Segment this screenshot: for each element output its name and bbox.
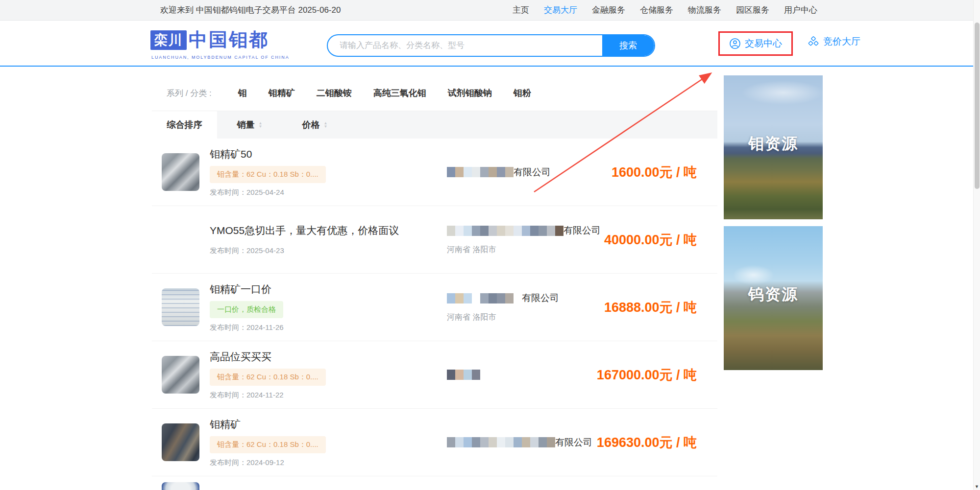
search-input[interactable] xyxy=(328,35,602,56)
product-title[interactable]: 高品位买买买 xyxy=(210,350,447,364)
category-filter-label: 系列 / 分类 : xyxy=(167,88,212,99)
product-row[interactable]: YMO55急切出手，量大有优惠，价格面议 发布时间：2025-04-23 有限公… xyxy=(152,206,717,274)
logo-subtitle: LUANCHUAN, MOLYBDENUM CAPITAL OF CHINA xyxy=(151,55,290,60)
category-sodium-molybdate[interactable]: 试剂钼酸钠 xyxy=(448,87,492,99)
product-row[interactable]: 钼精矿 钼含量：62 Cu：0.18 Sb：0.... 发布时间：2024-09… xyxy=(152,409,717,476)
company-location: 河南省 洛阳市 xyxy=(447,245,594,255)
banner-label: 钨资源 xyxy=(724,284,823,305)
product-row[interactable]: 钼精矿50 钼含量：62 Cu：0.18 Sb：0.... 发布时间：2025-… xyxy=(152,139,717,206)
category-mo-powder[interactable]: 钼粉 xyxy=(514,87,531,99)
product-tag: 一口价，质检合格 xyxy=(210,301,283,318)
product-publish-date: 发布时间：2025-04-24 xyxy=(210,188,447,197)
company-name-suffix: 有限公司 xyxy=(514,166,551,179)
banner-molybdenum-resources[interactable]: 钼资源 xyxy=(724,75,823,219)
company-name-suffix: 有限公司 xyxy=(522,292,559,304)
product-tag: 钼含量：62 Cu：0.18 Sb：0.... xyxy=(210,369,326,386)
nav-item-home[interactable]: 主页 xyxy=(513,4,529,16)
product-thumbnail[interactable] xyxy=(162,482,199,490)
page: 欢迎来到 中国钼都钨钼电子交易平台 2025-06-20 主页 交易大厅 金融服… xyxy=(0,0,980,490)
company-name-mosaic xyxy=(447,437,555,447)
product-title[interactable]: YMO55急切出手，量大有优惠，价格面议 xyxy=(210,224,447,237)
nav-item-user-center[interactable]: 用户中心 xyxy=(784,4,817,16)
sort-tab-label: 销量 xyxy=(237,119,255,131)
product-title[interactable]: 钼精矿50 xyxy=(210,147,447,161)
banner-tungsten-resources[interactable]: 钨资源 xyxy=(724,226,823,370)
company-name-mosaic xyxy=(447,293,522,303)
banner-label: 钼资源 xyxy=(724,133,823,155)
sort-caret-icons: ▲▼ xyxy=(259,121,263,128)
company-location: 河南省 洛阳市 xyxy=(447,312,594,323)
cubes-icon xyxy=(808,36,819,47)
nav-item-finance[interactable]: 金融服务 xyxy=(592,4,625,16)
scrollbar-thumb[interactable] xyxy=(975,23,980,189)
product-title[interactable]: 钼精矿一口价 xyxy=(210,282,447,296)
product-thumbnail[interactable] xyxy=(162,153,199,191)
company-name-mosaic xyxy=(447,370,480,380)
product-tag: 钼含量：62 Cu：0.18 Sb：0.... xyxy=(210,166,326,183)
user-circle-icon xyxy=(729,38,741,49)
product-list-panel: 系列 / 分类 : 钼 钼精矿 二钼酸铵 高纯三氧化钼 试剂钼酸钠 钼粉 综合排… xyxy=(152,75,717,490)
product-title[interactable]: 钼精矿 xyxy=(210,418,447,431)
trade-center-label: 交易中心 xyxy=(745,37,782,50)
nav-item-park[interactable]: 园区服务 xyxy=(736,4,769,16)
category-links: 钼 钼精矿 二钼酸铵 高纯三氧化钼 试剂钼酸钠 钼粉 xyxy=(238,87,531,99)
bidding-hall-link[interactable]: 竞价大厅 xyxy=(808,35,860,48)
category-mo-concentrate[interactable]: 钼精矿 xyxy=(269,87,295,99)
product-publish-date: 发布时间：2024-09-12 xyxy=(210,458,447,467)
category-mo[interactable]: 钼 xyxy=(238,87,247,99)
site-header: 栾川 中国钼都 LUANCHUAN, MOLYBDENUM CAPITAL OF… xyxy=(0,21,980,67)
welcome-text: 欢迎来到 中国钼都钨钼电子交易平台 2025-06-20 xyxy=(160,4,341,16)
product-price: 167000.00元 / 吨 xyxy=(597,366,697,384)
product-thumbnail[interactable] xyxy=(162,423,199,461)
product-price: 40000.00元 / 吨 xyxy=(604,231,697,249)
product-row[interactable]: 钼精矿一口价 一口价，质检合格 发布时间：2024-11-26 有限公司 河南省… xyxy=(152,274,717,341)
company-name-suffix: 有限公司 xyxy=(555,436,592,449)
nav-item-warehouse[interactable]: 仓储服务 xyxy=(640,4,673,16)
nav-item-trade-hall[interactable]: 交易大厅 xyxy=(544,4,577,16)
company-name-suffix: 有限公司 xyxy=(564,224,601,237)
product-publish-date: 发布时间：2024-11-22 xyxy=(210,391,447,400)
product-publish-date: 发布时间：2025-04-23 xyxy=(210,246,447,256)
top-nav: 主页 交易大厅 金融服务 仓储服务 物流服务 园区服务 用户中心 xyxy=(513,4,817,16)
product-thumbnail[interactable] xyxy=(162,356,199,394)
product-thumbnail[interactable] xyxy=(162,288,199,326)
top-bar: 欢迎来到 中国钼都钨钼电子交易平台 2025-06-20 主页 交易大厅 金融服… xyxy=(0,0,980,21)
sort-tab-comprehensive[interactable]: 综合排序 xyxy=(152,111,217,139)
product-row[interactable]: 高品位买买买 钼含量：62 Cu：0.18 Sb：0.... 发布时间：2024… xyxy=(152,341,717,409)
logo-brand-text: 中国钼都 xyxy=(189,27,269,52)
company-name-mosaic xyxy=(447,226,564,236)
site-logo[interactable]: 栾川 中国钼都 xyxy=(150,27,269,52)
sort-tab-label: 价格 xyxy=(302,119,320,131)
company-name-mosaic xyxy=(447,167,514,177)
search-bar: 搜索 xyxy=(327,34,655,57)
scrollbar[interactable]: ▼ xyxy=(973,0,980,490)
product-price: 169630.00元 / 吨 xyxy=(597,434,697,451)
product-publish-date: 发布时间：2024-11-26 xyxy=(210,323,447,332)
nav-item-logistics[interactable]: 物流服务 xyxy=(688,4,721,16)
sidebar-banners: 钼资源 钨资源 xyxy=(724,75,823,377)
category-filter-row: 系列 / 分类 : 钼 钼精矿 二钼酸铵 高纯三氧化钼 试剂钼酸钠 钼粉 xyxy=(152,75,717,111)
scroll-down-arrow-icon[interactable]: ▼ xyxy=(974,484,980,489)
sort-caret-icons: ▲▼ xyxy=(324,121,328,128)
sort-tab-sales[interactable]: 销量 ▲▼ xyxy=(217,111,282,139)
annotation-red-box: 交易中心 xyxy=(718,31,793,56)
category-ammonium-dimolybdate[interactable]: 二钼酸铵 xyxy=(317,87,352,99)
bidding-hall-label: 竞价大厅 xyxy=(823,35,860,48)
product-row-partial[interactable] xyxy=(152,476,717,490)
sort-bar: 综合排序 销量 ▲▼ 价格 ▲▼ xyxy=(152,111,717,139)
product-tag: 钼含量：62 Cu：0.18 Sb：0.... xyxy=(210,436,326,453)
logo-badge: 栾川 xyxy=(150,30,187,50)
sort-tab-price[interactable]: 价格 ▲▼ xyxy=(282,111,347,139)
sort-tab-label: 综合排序 xyxy=(167,119,202,131)
trade-center-link[interactable]: 交易中心 xyxy=(729,37,782,50)
category-high-purity-trioxide[interactable]: 高纯三氧化钼 xyxy=(373,87,426,99)
product-price: 16888.00元 / 吨 xyxy=(604,299,697,316)
product-price: 1600.00元 / 吨 xyxy=(612,163,697,181)
search-button[interactable]: 搜索 xyxy=(602,35,654,56)
